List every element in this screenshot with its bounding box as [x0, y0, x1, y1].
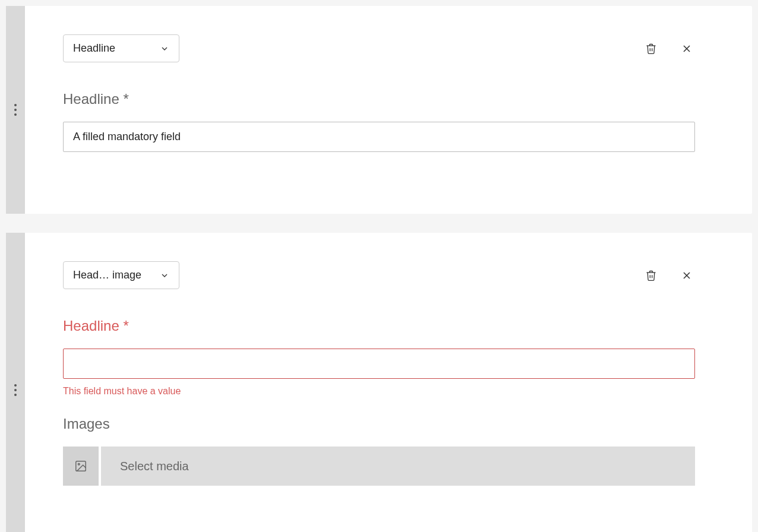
- images-section-label: Images: [63, 416, 695, 432]
- chevron-down-icon: [160, 44, 169, 53]
- block-type-select[interactable]: Headline: [63, 34, 179, 62]
- media-picker-label: Select media: [101, 446, 695, 486]
- trash-icon: [645, 270, 657, 281]
- block-type-label: Headline: [73, 42, 115, 55]
- block-body: Headline: [25, 6, 752, 214]
- block-header: Head… image: [63, 261, 695, 289]
- trash-icon: [645, 43, 657, 55]
- headline-input[interactable]: [63, 122, 695, 152]
- block-header: Headline: [63, 34, 695, 62]
- close-icon: [681, 270, 693, 281]
- drag-dots-icon: [14, 104, 17, 116]
- image-icon: [74, 460, 87, 473]
- close-icon: [681, 43, 693, 55]
- drag-handle[interactable]: [6, 6, 25, 214]
- close-button[interactable]: [678, 40, 695, 57]
- headline-field-label: Headline *: [63, 318, 695, 334]
- delete-button[interactable]: [643, 40, 659, 57]
- block-actions: [643, 267, 695, 284]
- block-actions: [643, 40, 695, 57]
- block-body: Head… image: [25, 233, 752, 532]
- content-block: Head… image: [6, 233, 752, 532]
- delete-button[interactable]: [643, 267, 659, 284]
- block-type-select[interactable]: Head… image: [63, 261, 179, 289]
- content-block: Headline: [6, 6, 752, 214]
- headline-input[interactable]: [63, 349, 695, 379]
- headline-field-label: Headline *: [63, 91, 695, 107]
- block-type-label: Head… image: [73, 269, 141, 281]
- drag-dots-icon: [14, 384, 17, 396]
- chevron-down-icon: [160, 271, 169, 280]
- media-icon-box: [63, 446, 101, 486]
- drag-handle[interactable]: [6, 233, 25, 532]
- svg-point-5: [78, 463, 80, 465]
- media-picker[interactable]: Select media: [63, 446, 695, 486]
- close-button[interactable]: [678, 267, 695, 284]
- headline-error-message: This field must have a value: [63, 386, 695, 397]
